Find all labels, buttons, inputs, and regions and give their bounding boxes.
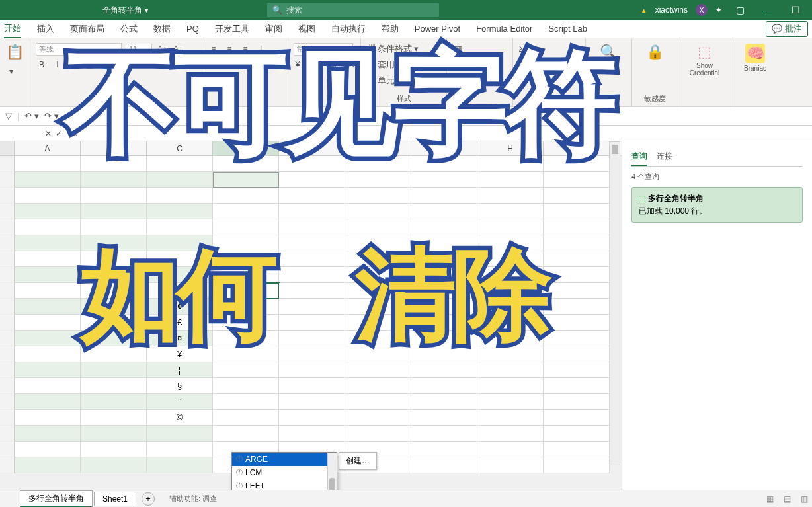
spreadsheet-grid[interactable]: A C D H ¢£¤¥¦§¨© ⓕARGEⓕLCMⓕLEFTⓕLEFTBⓕLE… <box>0 141 622 490</box>
add-sheet-button[interactable]: + <box>142 492 155 506</box>
col-D[interactable]: D <box>213 141 279 155</box>
tab-home[interactable]: 开始 <box>4 20 21 38</box>
comma-button[interactable]: , <box>318 60 326 69</box>
grid-vertical-scrollbar[interactable] <box>610 141 620 465</box>
show-credential-button[interactable]: ⬚Show Credential <box>684 41 725 79</box>
autocomplete-item[interactable]: ⓕLEFT <box>232 479 337 490</box>
currency-button[interactable]: ¥ <box>294 60 302 69</box>
border-button[interactable]: ▦ <box>83 60 95 69</box>
align-center[interactable]: ≡ <box>223 60 235 69</box>
fill-color-button[interactable]: 🪣 <box>99 60 111 69</box>
view-page-icon[interactable]: ▤ <box>779 494 795 504</box>
tab-powerpivot[interactable]: Power Pivot <box>415 21 460 36</box>
dec-inc[interactable]: .0↑ <box>330 60 341 69</box>
tab-layout[interactable]: 页面布局 <box>70 20 104 38</box>
maximize-button[interactable]: ☐ <box>786 5 805 15</box>
align-mid[interactable]: ≡ <box>223 44 235 54</box>
col-B[interactable] <box>81 141 147 155</box>
align-bot[interactable]: ≡ <box>239 44 251 54</box>
number-format-combo[interactable]: 常规 <box>294 43 353 56</box>
minimize-button[interactable]: — <box>758 5 778 15</box>
query-item[interactable]: 多行全角转半角 已加载 10,000 行。 <box>631 187 803 223</box>
view-break-icon[interactable]: ▥ <box>796 494 812 504</box>
tab-view[interactable]: 视图 <box>298 20 315 38</box>
cond-format-button[interactable]: ▦ 条件格式 ▾ <box>366 43 419 55</box>
autosum-button[interactable]: Σ ▾ <box>518 44 530 54</box>
orientation-button[interactable]: ⭭ <box>255 44 267 54</box>
col-I[interactable] <box>544 141 610 155</box>
paste-button[interactable]: 📋 <box>5 41 24 63</box>
pane-tab-connections[interactable]: 连接 <box>657 148 672 166</box>
bold-button[interactable]: B <box>36 60 48 69</box>
query-status: 已加载 10,000 行。 <box>639 206 795 217</box>
customize-arrow[interactable]: ▾ <box>64 111 69 121</box>
autocomplete-item[interactable]: ⓕARGE <box>232 453 337 466</box>
tab-pq[interactable]: PQ <box>186 21 199 36</box>
col-F[interactable] <box>345 141 411 155</box>
align-left[interactable]: ≡ <box>208 60 220 69</box>
comments-button[interactable]: 💬 批注 <box>766 21 808 37</box>
sort-filter-button[interactable]: A↓Z <box>518 60 530 69</box>
avatar[interactable]: X <box>696 4 708 16</box>
cell-style-button[interactable]: ▦ 单元样式 ▾ <box>366 75 419 87</box>
table-style-button[interactable]: ▦ 套用表格格式 ▾ <box>366 59 436 71</box>
percent-button[interactable]: % <box>305 60 313 69</box>
tab-data[interactable]: 数据 <box>153 20 171 38</box>
dec-dec[interactable]: .0↓ <box>345 60 355 69</box>
tab-automate[interactable]: 自动执行 <box>331 20 366 38</box>
col-C[interactable]: C <box>147 141 213 155</box>
tab-insert[interactable]: 插入 <box>37 20 54 38</box>
document-title[interactable]: 全角转半角 ▾ <box>102 5 148 16</box>
function-autocomplete[interactable]: ⓕARGEⓕLCMⓕLEFTⓕLEFTBⓕLENⓕLENBⓕLETⓕLINEST… <box>231 452 337 490</box>
quick-access-toolbar: ▽ | ↶ ▾ ↷ ▾ ▾ <box>0 107 812 126</box>
coming-soon-icon[interactable]: ✦ <box>715 5 722 15</box>
align-top[interactable]: ≡ <box>208 44 220 54</box>
sheet-tabs-bar: 多行全角转半角 Sheet1 + 辅助功能: 调查 ▦ ▤ ▥ <box>0 490 812 507</box>
italic-button[interactable]: I <box>52 60 63 69</box>
align-right[interactable]: ≡ <box>239 60 251 69</box>
col-A[interactable]: A <box>15 141 81 155</box>
redo-button[interactable]: ↷ ▾ <box>44 111 59 121</box>
view-normal-icon[interactable]: ▦ <box>762 494 778 504</box>
col-G[interactable] <box>411 141 477 155</box>
filter-button[interactable]: ▽ <box>5 111 12 121</box>
sensitivity-button[interactable]: 🔒 <box>637 41 672 63</box>
indent-dec[interactable]: ⇤ <box>255 60 266 69</box>
search-input[interactable]: 🔍 搜索 <box>267 3 439 17</box>
font-name-combo[interactable]: 等线 <box>36 43 122 56</box>
enter-formula-icon[interactable]: ✓ <box>56 129 62 138</box>
pane-tab-queries[interactable]: 查询 <box>631 148 647 166</box>
tab-formula-editor[interactable]: Formula Editor <box>476 21 532 36</box>
paste-dropdown[interactable]: ▾ <box>5 67 17 76</box>
cancel-formula-icon[interactable]: ✕ <box>45 129 52 138</box>
tab-review[interactable]: 审阅 <box>265 20 282 38</box>
tab-developer[interactable]: 开发工具 <box>215 20 249 38</box>
braniac-button[interactable]: 🧠Braniac <box>737 41 774 75</box>
autocomplete-item[interactable]: ⓕLCM <box>232 466 337 479</box>
delete-cells[interactable]: ▦ <box>452 60 464 69</box>
font-size-combo[interactable]: 11 <box>126 44 152 54</box>
tab-scriptlab[interactable]: Script Lab <box>548 21 587 36</box>
col-E[interactable] <box>279 141 345 155</box>
autocomplete-scrollbar[interactable] <box>327 453 337 490</box>
user-name[interactable]: xiaotwins <box>655 5 688 15</box>
indent-inc[interactable]: ⇥ <box>270 60 282 69</box>
font-shrink[interactable]: A↓ <box>172 44 184 54</box>
ribbon-display-button[interactable]: ▢ <box>730 5 750 15</box>
undo-button[interactable]: ↶ ▾ <box>24 111 39 121</box>
sheet-tab-2[interactable]: Sheet1 <box>94 492 136 506</box>
tab-formulas[interactable]: 公式 <box>120 20 138 38</box>
format-cells[interactable]: ▦ <box>452 76 464 85</box>
sheet-tab-1[interactable]: 多行全角转半角 <box>20 490 93 508</box>
insert-cells[interactable]: ▦ <box>452 44 464 54</box>
find-select-button[interactable]: 🔍 <box>591 41 626 63</box>
fx-button[interactable]: fx <box>67 129 81 138</box>
font-grow[interactable]: A↑ <box>156 44 168 54</box>
warning-icon[interactable]: ▲ <box>641 7 647 14</box>
select-all-corner[interactable] <box>0 141 15 155</box>
underline-button[interactable]: U <box>67 60 79 69</box>
font-color-button[interactable]: A <box>115 60 127 69</box>
tab-help[interactable]: 帮助 <box>382 20 399 38</box>
col-H[interactable]: H <box>477 141 544 155</box>
doc-name: 全角转半角 <box>102 5 142 16</box>
